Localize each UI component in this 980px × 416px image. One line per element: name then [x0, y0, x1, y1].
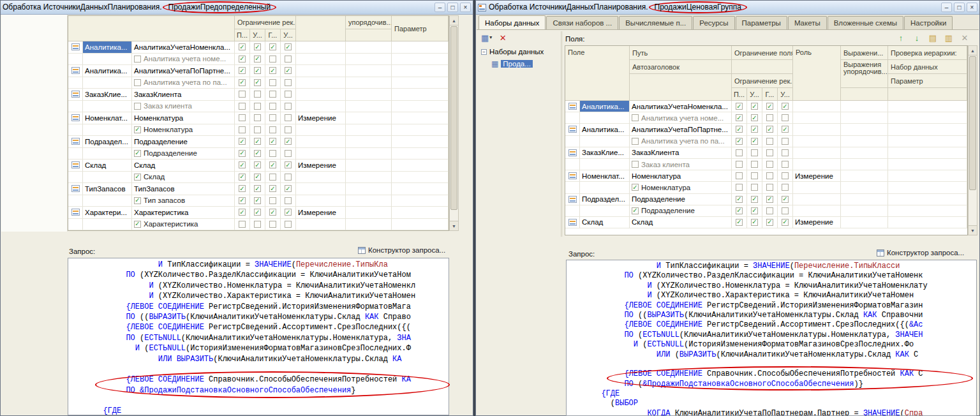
field-name-cell[interactable]: Аналитика...: [580, 101, 630, 112]
field-name-cell[interactable]: ЗаказКлие...: [580, 147, 630, 159]
add-group-icon[interactable]: ▥: [944, 33, 954, 43]
flag-checkbox[interactable]: [269, 174, 276, 181]
flag-checkbox[interactable]: ✓: [782, 126, 789, 133]
flag-checkbox[interactable]: [285, 197, 292, 204]
col-header-flag-g[interactable]: Г...: [762, 88, 778, 101]
flag-checkbox[interactable]: ✓: [254, 56, 261, 63]
field-subrow[interactable]: ✓Подразделение✓✓: [68, 148, 449, 160]
tab-3[interactable]: Ресурсы: [693, 16, 734, 29]
flag-checkbox[interactable]: [254, 221, 261, 228]
flag-checkbox[interactable]: [782, 207, 789, 214]
field-subrow[interactable]: ✓Склад✓✓: [68, 172, 449, 184]
autotitle-checkbox[interactable]: ✓: [632, 184, 639, 191]
flag-checkbox[interactable]: [751, 184, 758, 191]
autotitle-cell[interactable]: ✓Номенклатура: [630, 182, 732, 193]
field-subrow[interactable]: ✓Номенклатура: [68, 124, 449, 137]
close-button[interactable]: ×: [967, 3, 977, 12]
field-row[interactable]: ТипЗапасовТипЗапасов✓✓✓✓: [68, 183, 449, 195]
tree-item-dataset[interactable]: ▦ Прода...: [491, 60, 533, 68]
autotitle-checkbox[interactable]: [134, 79, 141, 86]
flag-checkbox[interactable]: ✓: [239, 67, 246, 74]
flag-checkbox[interactable]: ✓: [269, 209, 276, 216]
autotitle-cell[interactable]: Аналитика учета номе...: [132, 54, 235, 66]
field-name-cell[interactable]: Подраздел...: [83, 136, 132, 148]
autotitle-cell[interactable]: Аналитика учета по па...: [630, 136, 732, 147]
col-header-role[interactable]: Роль: [793, 46, 841, 101]
flag-checkbox[interactable]: [782, 184, 789, 191]
flag-checkbox[interactable]: [751, 149, 758, 156]
flag-checkbox[interactable]: [285, 56, 292, 63]
flag-checkbox[interactable]: ✓: [239, 56, 246, 63]
flag-checkbox[interactable]: [285, 126, 292, 133]
maximize-button[interactable]: □: [954, 3, 965, 12]
flag-checkbox[interactable]: [766, 114, 773, 121]
collapse-expander-icon[interactable]: −: [481, 49, 487, 55]
flag-checkbox[interactable]: ✓: [254, 150, 261, 157]
fields-table-scrollbar[interactable]: ▲ ▼: [449, 15, 459, 231]
flag-checkbox[interactable]: [239, 221, 246, 228]
field-name-cell[interactable]: ЗаказКлие...: [83, 89, 132, 101]
flag-checkbox[interactable]: ✓: [736, 196, 743, 203]
minimize-button[interactable]: –: [941, 3, 952, 12]
field-row[interactable]: Характери...Характеристика✓✓✓✓Измерение: [68, 207, 449, 219]
autotitle-checkbox[interactable]: ✓: [632, 207, 639, 214]
flag-checkbox[interactable]: ✓: [254, 209, 261, 216]
field-name-cell[interactable]: Склад: [580, 217, 630, 228]
flag-checkbox[interactable]: [766, 161, 773, 168]
field-path-cell[interactable]: АналитикаУчетаПоПартне...: [630, 124, 732, 135]
tab-2[interactable]: Вычисляемые п...: [619, 16, 692, 29]
field-path-cell[interactable]: АналитикаУчетаНоменкла...: [132, 41, 235, 54]
field-path-cell[interactable]: Номенклатура: [132, 112, 235, 124]
field-path-cell[interactable]: Склад: [132, 160, 235, 172]
field-path-cell[interactable]: АналитикаУчетаНоменкла...: [630, 101, 732, 112]
autotitle-checkbox[interactable]: ✓: [134, 197, 141, 204]
flag-checkbox[interactable]: [766, 207, 773, 214]
flag-checkbox[interactable]: [269, 126, 276, 133]
flag-checkbox[interactable]: [782, 161, 789, 168]
move-down-icon[interactable]: ↓: [912, 33, 922, 43]
autotitle-checkbox[interactable]: [632, 114, 639, 121]
tab-5[interactable]: Макеты: [788, 16, 827, 29]
col-header-flag-u2[interactable]: У...: [778, 88, 793, 101]
autotitle-checkbox[interactable]: [632, 161, 639, 168]
flag-checkbox[interactable]: ✓: [751, 138, 758, 145]
field-name-cell[interactable]: Аналитика...: [83, 65, 132, 77]
move-up-icon[interactable]: ↑: [896, 33, 906, 43]
field-subrow[interactable]: Аналитика учета по па...✓✓: [68, 77, 449, 89]
flag-checkbox[interactable]: ✓: [751, 207, 758, 214]
flag-checkbox[interactable]: [239, 103, 246, 110]
field-row[interactable]: Аналитика...АналитикаУчетаНоменкла...✓✓✓…: [565, 101, 967, 112]
flag-checkbox[interactable]: [782, 172, 789, 179]
field-row[interactable]: Аналитика...АналитикаУчетаПоПартне...✓✓✓…: [565, 124, 967, 135]
fields-table-scrollbar[interactable]: ▲ ▼: [968, 45, 977, 235]
field-path-cell[interactable]: ЗаказКлиента: [630, 147, 732, 159]
field-name-cell[interactable]: Склад: [83, 160, 132, 172]
field-row[interactable]: Номенклат...НоменклатураИзмерение: [565, 170, 967, 182]
field-subrow[interactable]: Аналитика учета номе...✓✓: [68, 54, 449, 66]
flag-checkbox[interactable]: [269, 56, 276, 63]
field-subrow[interactable]: ✓Тип запасов✓✓: [68, 195, 449, 207]
flag-checkbox[interactable]: ✓: [254, 79, 261, 86]
maximize-button[interactable]: □: [447, 3, 458, 12]
flag-checkbox[interactable]: [254, 114, 261, 121]
flag-checkbox[interactable]: ✓: [736, 126, 743, 133]
flag-checkbox[interactable]: ✓: [285, 138, 292, 145]
autotitle-cell[interactable]: Аналитика учета по па...: [132, 77, 235, 89]
flag-checkbox[interactable]: [254, 103, 261, 110]
field-name-cell[interactable]: Аналитика...: [580, 124, 630, 135]
flag-checkbox[interactable]: ✓: [782, 219, 789, 226]
autotitle-cell[interactable]: ✓Подразделение: [630, 205, 732, 217]
field-name-cell[interactable]: Номенклат...: [580, 170, 630, 182]
tree-item-datasets-root[interactable]: − Наборы данных: [481, 48, 544, 56]
field-path-cell[interactable]: ТипЗапасов: [132, 183, 235, 195]
flag-checkbox[interactable]: ✓: [285, 67, 292, 74]
flag-checkbox[interactable]: ✓: [239, 43, 246, 50]
flag-checkbox[interactable]: ✓: [239, 79, 246, 86]
query-text-area[interactable]: И ТипКлассификации = ЗНАЧЕНИЕ(Перечислен…: [566, 260, 977, 416]
flag-checkbox[interactable]: [285, 150, 292, 157]
flag-checkbox[interactable]: ✓: [736, 114, 743, 121]
field-path-cell[interactable]: Подразделение: [630, 194, 732, 205]
field-row[interactable]: Номенклат...НоменклатураИзмерение: [68, 112, 449, 124]
flag-checkbox[interactable]: [766, 138, 773, 145]
flag-checkbox[interactable]: [736, 161, 743, 168]
